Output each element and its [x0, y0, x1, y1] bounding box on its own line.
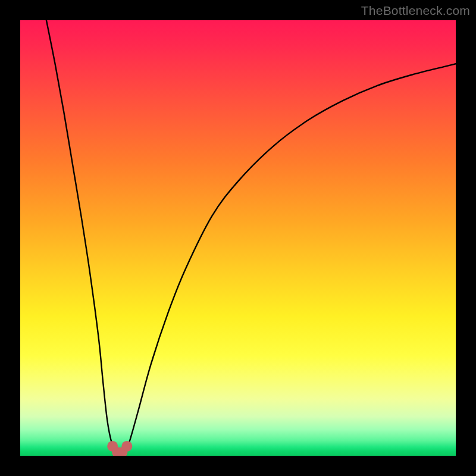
watermark-text: TheBottleneck.com: [361, 4, 470, 18]
valley-markers: [107, 441, 132, 456]
chart-frame: TheBottleneck.com: [0, 0, 476, 476]
curve-svg: [20, 20, 456, 456]
bottleneck-curve: [46, 20, 456, 453]
plot-area: [20, 20, 456, 456]
valley-right: [121, 441, 132, 452]
